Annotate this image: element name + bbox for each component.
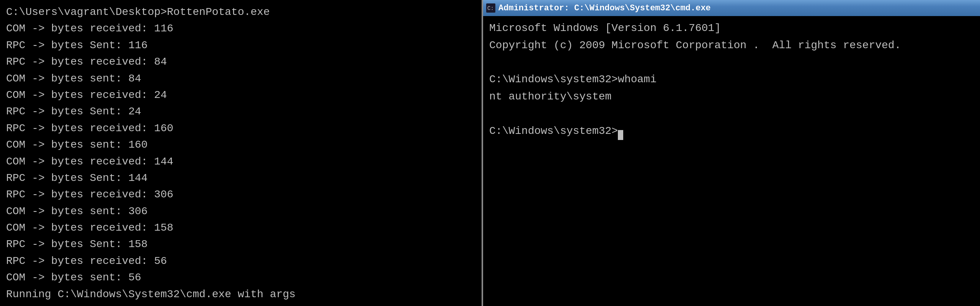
right-terminal-body: Microsoft Windows [Version 6.1.7601] Cop…: [483, 16, 980, 306]
left-terminal: C:\Users\vagrant\Desktop>RottenPotato.ex…: [0, 0, 482, 306]
right-terminal-titlebar: C: Administrator: C:\Windows\System32\cm…: [483, 0, 980, 16]
cursor-blink: [618, 130, 623, 140]
cmd-icon: C:: [486, 3, 495, 13]
right-terminal-container: C: Administrator: C:\Windows\System32\cm…: [483, 0, 980, 306]
right-terminal-title: Administrator: C:\Windows\System32\cmd.e…: [498, 3, 711, 13]
svg-text:C:: C:: [487, 5, 494, 11]
